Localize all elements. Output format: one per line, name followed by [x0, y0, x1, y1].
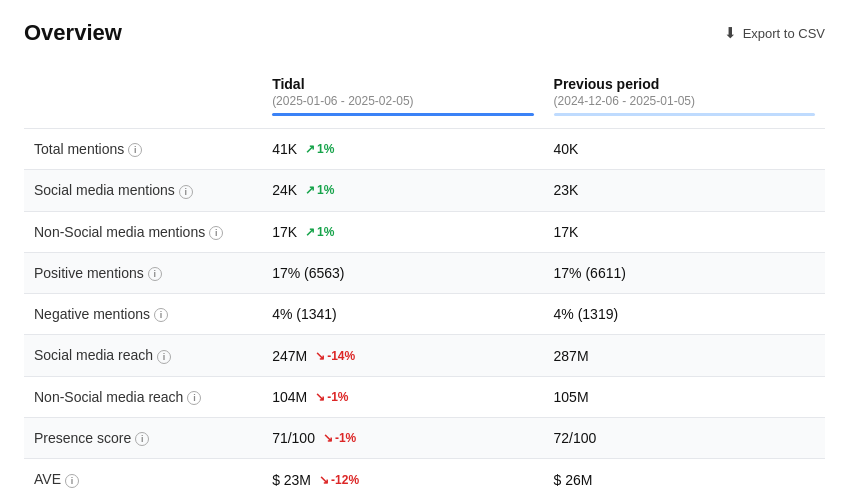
metric-name: Non-Social media reach [34, 389, 183, 405]
export-csv-button[interactable]: ⬇ Export to CSV [724, 24, 825, 42]
tidal-bar [272, 113, 533, 116]
previous-metric-value: 72/100 [554, 430, 597, 446]
info-icon[interactable]: i [128, 143, 142, 157]
previous-value-cell: 23K [544, 170, 825, 211]
info-icon[interactable]: i [65, 474, 79, 488]
trend-arrow-down [323, 431, 333, 445]
tidal-value-wrapper: 41K1% [272, 141, 533, 157]
tidal-value-wrapper: 24K1% [272, 182, 533, 198]
metric-label-cell: Total mentionsi [24, 129, 262, 170]
tidal-value-wrapper: 17% (6563) [272, 265, 533, 281]
tidal-value-wrapper: 71/100-1% [272, 430, 533, 446]
metric-name: Presence score [34, 430, 131, 446]
tidal-metric-value: 104M [272, 389, 307, 405]
tidal-value-cell: 17K1% [262, 211, 543, 252]
tidal-value-cell: 247M-14% [262, 335, 543, 376]
info-icon[interactable]: i [179, 185, 193, 199]
info-icon[interactable]: i [154, 308, 168, 322]
table-row: Total mentionsi41K1%40K [24, 129, 825, 170]
trend-arrow-down [315, 390, 325, 404]
trend-indicator: -1% [315, 390, 348, 404]
tidal-value-wrapper: $ 23M-12% [272, 472, 533, 488]
tidal-value-wrapper: 104M-1% [272, 389, 533, 405]
tidal-metric-value: $ 23M [272, 472, 311, 488]
tidal-value-cell: 104M-1% [262, 376, 543, 417]
tidal-value-cell: 4% (1341) [262, 294, 543, 335]
info-icon[interactable]: i [148, 267, 162, 281]
page-header: Overview ⬇ Export to CSV [24, 20, 825, 46]
trend-indicator: -1% [323, 431, 356, 445]
previous-value-cell: 17% (6611) [544, 252, 825, 293]
info-icon[interactable]: i [135, 432, 149, 446]
previous-metric-value: 4% (1319) [554, 306, 619, 322]
previous-value-cell: 40K [544, 129, 825, 170]
metric-label-cell: Positive mentionsi [24, 252, 262, 293]
table-row: Presence scorei71/100-1%72/100 [24, 418, 825, 459]
previous-period: (2024-12-06 - 2025-01-05) [554, 94, 815, 108]
tidal-metric-value: 24K [272, 182, 297, 198]
previous-metric-value: 17% (6611) [554, 265, 626, 281]
trend-indicator: -14% [315, 349, 355, 363]
metric-name: Social media reach [34, 347, 153, 363]
tidal-metric-value: 41K [272, 141, 297, 157]
previous-value-cell: 17K [544, 211, 825, 252]
table-row: Social media reachi247M-14%287M [24, 335, 825, 376]
col-header-previous: Previous period (2024-12-06 - 2025-01-05… [544, 70, 825, 129]
tidal-value-cell: 17% (6563) [262, 252, 543, 293]
previous-label: Previous period [554, 76, 660, 92]
previous-bar [554, 113, 815, 116]
tidal-metric-value: 4% (1341) [272, 306, 337, 322]
tidal-value-wrapper: 17K1% [272, 224, 533, 240]
previous-metric-value: 105M [554, 389, 589, 405]
tidal-metric-value: 247M [272, 348, 307, 364]
table-row: Non-Social media mentionsi17K1%17K [24, 211, 825, 252]
metric-name: Total mentions [34, 141, 124, 157]
tidal-value-cell: $ 23M-12% [262, 459, 543, 500]
tidal-value-cell: 24K1% [262, 170, 543, 211]
trend-arrow-up [305, 225, 315, 239]
trend-arrow-down [319, 473, 329, 487]
previous-value-cell: 105M [544, 376, 825, 417]
previous-metric-value: 40K [554, 141, 579, 157]
tidal-metric-value: 71/100 [272, 430, 315, 446]
previous-metric-value: 287M [554, 348, 589, 364]
tidal-value-wrapper: 247M-14% [272, 348, 533, 364]
previous-value-cell: $ 26M [544, 459, 825, 500]
tidal-metric-value: 17K [272, 224, 297, 240]
info-icon[interactable]: i [157, 350, 171, 364]
export-icon: ⬇ [724, 24, 737, 42]
trend-arrow-down [315, 349, 325, 363]
table-row: Non-Social media reachi104M-1%105M [24, 376, 825, 417]
col-header-tidal: Tidal (2025-01-06 - 2025-02-05) [262, 70, 543, 129]
metric-label-cell: Non-Social media mentionsi [24, 211, 262, 252]
previous-value-cell: 4% (1319) [544, 294, 825, 335]
metric-label-cell: Presence scorei [24, 418, 262, 459]
table-row: AVEi$ 23M-12%$ 26M [24, 459, 825, 500]
page-title: Overview [24, 20, 122, 46]
col-header-metric [24, 70, 262, 129]
trend-indicator: 1% [305, 142, 334, 156]
tidal-label: Tidal [272, 76, 304, 92]
table-row: Positive mentionsi17% (6563)17% (6611) [24, 252, 825, 293]
trend-indicator: 1% [305, 183, 334, 197]
export-label: Export to CSV [743, 26, 825, 41]
metric-label-cell: Social media mentionsi [24, 170, 262, 211]
metric-name: Positive mentions [34, 265, 144, 281]
tidal-value-cell: 71/100-1% [262, 418, 543, 459]
trend-arrow-up [305, 142, 315, 156]
trend-arrow-up [305, 183, 315, 197]
previous-metric-value: 17K [554, 224, 579, 240]
previous-value-cell: 287M [544, 335, 825, 376]
previous-metric-value: $ 26M [554, 472, 593, 488]
trend-indicator: -12% [319, 473, 359, 487]
metric-label-cell: Negative mentionsi [24, 294, 262, 335]
metric-label-cell: AVEi [24, 459, 262, 500]
tidal-period: (2025-01-06 - 2025-02-05) [272, 94, 533, 108]
metric-label-cell: Non-Social media reachi [24, 376, 262, 417]
metric-name: AVE [34, 471, 61, 487]
info-icon[interactable]: i [187, 391, 201, 405]
info-icon[interactable]: i [209, 226, 223, 240]
previous-value-cell: 72/100 [544, 418, 825, 459]
table-row: Social media mentionsi24K1%23K [24, 170, 825, 211]
metric-name: Social media mentions [34, 182, 175, 198]
